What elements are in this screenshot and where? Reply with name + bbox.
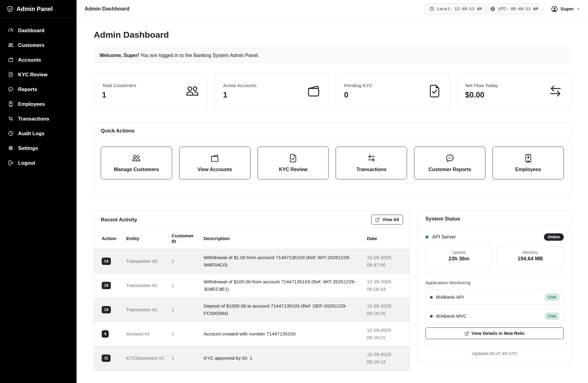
quick-action-kyc-review-button[interactable]: KYC Review: [258, 147, 329, 179]
stat-text: Net Flow Today$0.00: [465, 83, 498, 99]
date-cell: 12-29-202505:16:33: [364, 274, 410, 298]
quick-action-label: Employees: [515, 167, 541, 172]
arrow-left-right-icon: [8, 116, 13, 121]
quick-action-label: Customer Reports: [428, 167, 471, 172]
file-check-icon: [428, 84, 442, 98]
customer-id-cell: 1: [168, 346, 201, 370]
box-arrow-right-icon: [8, 160, 13, 166]
page-content: Admin Dashboard Welcome, Super! You are …: [77, 18, 588, 383]
customer-id-cell: 1: [168, 274, 201, 298]
quick-actions-title: Quick Actions: [94, 123, 571, 139]
clock-history-icon: [8, 131, 13, 136]
stat-value: 1: [223, 91, 256, 99]
sidebar-item-dashboard[interactable]: Dashboard: [0, 23, 77, 38]
chat-dots-icon: [445, 154, 454, 163]
sidebar-item-employees[interactable]: Employees: [0, 97, 77, 111]
sidebar-item-accounts[interactable]: Accounts: [0, 52, 77, 67]
entity-cell: Transaction #1: [123, 298, 168, 322]
main-column: Admin Dashboard Local: 12:48:11 AM | UTC…: [77, 0, 588, 383]
topbar-right: Local: 12:48:11 AM | UTC: 05:48:11 AM Su…: [424, 3, 580, 14]
welcome-banner: Welcome, Super! You are logged in to the…: [94, 48, 571, 63]
user-menu[interactable]: Super: [551, 6, 580, 13]
recent-activity-header: Recent Activity View All: [94, 211, 410, 228]
recent-activity-table: Action Entity Customer ID Description Da…: [94, 228, 410, 370]
column-description: Description: [201, 228, 364, 249]
live-badge: Live: [545, 312, 559, 320]
sidebar-item-label: Transactions: [18, 116, 49, 122]
status-dot-gray: [430, 315, 433, 318]
view-details-new-relic-button[interactable]: View Details in New Relic: [425, 327, 564, 339]
table-row: 11KYCDocument #11KYC approved by ID: 112…: [94, 346, 410, 370]
uptime-label: Uptime: [426, 250, 492, 255]
uptime-metric: Uptime 23h 36m: [425, 246, 492, 266]
sidebar-item-kyc-review[interactable]: KYC Review: [0, 67, 77, 82]
external-link-icon: [465, 331, 469, 336]
stat-text: Active Accounts1: [223, 83, 256, 99]
date-line: 12-29-2025: [367, 351, 407, 358]
sidebar-item-customers[interactable]: Customers: [0, 38, 77, 52]
action-count-badge: 14: [102, 258, 111, 265]
date-cell: 12-29-202505:16:25: [364, 298, 410, 322]
sidebar-item-logout[interactable]: Logout: [0, 155, 77, 170]
quick-action-label: Manage Customers: [114, 167, 159, 172]
brand-title: Admin Panel: [17, 6, 53, 13]
sidebar-item-label: Settings: [18, 145, 38, 151]
recent-activity-title: Recent Activity: [101, 217, 137, 223]
status-dot-gray: [430, 296, 433, 299]
action-count-badge: 14: [102, 282, 111, 289]
table-row: 14Transaction #21Withdrawal of $100.00 f…: [94, 274, 410, 298]
stat-card-net-flow-today: Net Flow Today$0.00: [457, 73, 571, 109]
date-line: 12-29-2025: [367, 254, 407, 261]
quick-action-label: Transactions: [356, 167, 387, 172]
time-line: 05:16:33: [367, 285, 407, 293]
memory-label: Memory: [497, 250, 564, 255]
quick-action-manage-customers-button[interactable]: Manage Customers: [101, 147, 172, 179]
person-circle-icon: [551, 6, 558, 13]
stat-label: Total Customers: [102, 83, 136, 88]
clock-widget: Local: 12:48:11 AM | UTC: 05:48:11 AM: [424, 3, 543, 14]
stat-text: Total Customers1: [102, 83, 136, 99]
sidebar-item-label: Dashboard: [18, 28, 44, 33]
stat-label: Pending KYC: [344, 83, 373, 88]
people-icon: [132, 154, 141, 163]
table-row: 14Transaction #31Withdrawal of $1.00 fro…: [94, 249, 410, 274]
quick-action-view-accounts-button[interactable]: View Accounts: [179, 147, 251, 179]
caret-down-icon: [576, 7, 580, 11]
sidebar-item-label: Logout: [18, 160, 35, 166]
time-line: 05:16:25: [367, 310, 407, 317]
metrics-row: Uptime 23h 36m Memory 194.64 MB: [425, 246, 564, 266]
sidebar-item-transactions[interactable]: Transactions: [0, 111, 77, 126]
person-badge-icon: [524, 154, 533, 163]
application-monitoring-title: Application Monitoring: [425, 280, 564, 285]
sidebar-item-reports[interactable]: Reports: [0, 82, 77, 97]
date-cell: 12-29-202505:47:50: [364, 249, 410, 274]
stat-card-total-customers: Total Customers1: [94, 73, 208, 109]
sidebar-item-label: Audit Logs: [18, 131, 44, 136]
date-cell: 12-29-202505:16:21: [364, 322, 410, 346]
quick-action-transactions-button[interactable]: Transactions: [336, 147, 407, 179]
stat-label: Active Accounts: [223, 83, 256, 88]
description-cell: KYC approved by ID: 1: [201, 346, 364, 370]
action-count-badge: 11: [102, 354, 111, 362]
column-date: Date: [364, 228, 410, 249]
welcome-text: You are logged in to the Banking System …: [141, 53, 259, 58]
quick-action-employees-button[interactable]: Employees: [492, 147, 564, 179]
external-link-icon: [375, 217, 380, 222]
topbar-title: Admin Dashboard: [85, 6, 129, 12]
view-all-label: View All: [382, 217, 399, 222]
view-details-label: View Details in New Relic: [472, 331, 525, 336]
gear-icon: [8, 145, 13, 151]
table-header-row: Action Entity Customer ID Description Da…: [94, 228, 410, 249]
quick-actions-panel: Quick Actions Manage CustomersView Accou…: [94, 123, 571, 197]
quick-action-customer-reports-button[interactable]: Customer Reports: [414, 147, 485, 179]
sidebar-item-settings[interactable]: Settings: [0, 141, 77, 155]
sidebar-item-audit-logs[interactable]: Audit Logs: [0, 126, 77, 141]
quick-actions-body: Manage CustomersView AccountsKYC ReviewT…: [94, 139, 571, 197]
entity-cell: Account #1: [123, 322, 168, 346]
stats-row: Total Customers1Active Accounts1Pending …: [94, 73, 571, 109]
view-all-button[interactable]: View All: [371, 215, 403, 224]
time-line: 05:47:50: [367, 261, 407, 269]
system-status-panel: System Status API Server Online Uptime 2…: [418, 211, 571, 363]
speedometer-icon: [8, 28, 13, 33]
entity-cell: Transaction #3: [123, 249, 168, 274]
